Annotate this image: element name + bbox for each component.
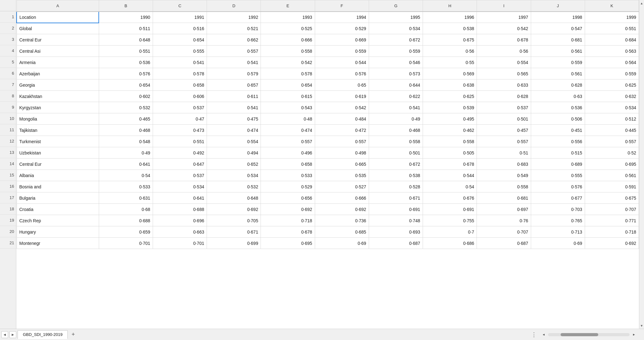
cell-1-C[interactable]: 1991 (153, 12, 207, 23)
cell-21-A[interactable]: Montenegr (17, 238, 99, 249)
cell-3-B[interactable]: 0·648 (99, 34, 153, 46)
cell-6-D[interactable]: 0·579 (207, 68, 261, 79)
cell-14-F[interactable]: 0·665 (315, 159, 369, 170)
cell-1-A[interactable]: Location (17, 12, 99, 23)
cell-15-F[interactable]: 0·535 (315, 170, 369, 181)
cell-8-A[interactable]: Kazakhstan (17, 91, 99, 102)
cell-16-D[interactable]: 0·532 (207, 181, 261, 192)
cell-13-G[interactable]: 0·501 (369, 147, 423, 159)
vertical-scrollbar[interactable]: ▲ ▼ (639, 0, 644, 329)
cell-1-E[interactable]: 1993 (261, 12, 315, 23)
col-header-A[interactable]: A (17, 0, 99, 12)
cell-7-J[interactable]: 0·628 (531, 79, 585, 91)
cell-8-H[interactable]: 0·625 (423, 91, 477, 102)
cell-9-I[interactable]: 0·537 (477, 102, 531, 113)
cell-7-B[interactable]: 0·654 (99, 79, 153, 91)
cell-10-H[interactable]: 0·495 (423, 113, 477, 125)
cell-17-H[interactable]: 0·676 (423, 192, 477, 204)
cell-1-B[interactable]: 1990 (99, 12, 153, 23)
cell-8-I[interactable]: 0·628 (477, 91, 531, 102)
cell-19-J[interactable]: 0·765 (531, 215, 585, 226)
cell-10-E[interactable]: 0·48 (261, 113, 315, 125)
hscroll-left-arrow[interactable]: ◄ (541, 332, 546, 337)
cell-8-F[interactable]: 0·619 (315, 91, 369, 102)
cell-2-G[interactable]: 0·534 (369, 23, 423, 34)
cell-21-E[interactable]: 0·695 (261, 238, 315, 249)
cell-5-H[interactable]: 0·55 (423, 57, 477, 68)
cell-10-A[interactable]: Mongolia (17, 113, 99, 125)
cell-12-D[interactable]: 0·554 (207, 136, 261, 147)
cell-7-G[interactable]: 0·644 (369, 79, 423, 91)
cell-17-J[interactable]: 0·677 (531, 192, 585, 204)
cell-17-C[interactable]: 0·641 (153, 192, 207, 204)
hscroll-thumb[interactable] (561, 333, 598, 336)
cell-21-I[interactable]: 0·687 (477, 238, 531, 249)
table-row[interactable]: Turkmenist0·5480·5510·5540·5570·5570·558… (17, 136, 639, 147)
cell-4-K[interactable]: 0·563 (585, 46, 639, 57)
table-row[interactable]: Bosnia and0·5330·5340·5320·5290·5270·528… (17, 181, 639, 192)
cell-19-H[interactable]: 0·755 (423, 215, 477, 226)
cell-2-A[interactable]: Global (17, 23, 99, 34)
cell-14-D[interactable]: 0·652 (207, 159, 261, 170)
cell-11-G[interactable]: 0·468 (369, 125, 423, 136)
cell-13-K[interactable]: 0·52 (585, 147, 639, 159)
cell-4-I[interactable]: 0·56 (477, 46, 531, 57)
cell-21-C[interactable]: 0·701 (153, 238, 207, 249)
cell-12-J[interactable]: 0·556 (531, 136, 585, 147)
cell-3-A[interactable]: Central Eur (17, 34, 99, 46)
cell-13-B[interactable]: 0·49 (99, 147, 153, 159)
cell-21-F[interactable]: 0·69 (315, 238, 369, 249)
cell-11-F[interactable]: 0·472 (315, 125, 369, 136)
cell-20-A[interactable]: Hungary (17, 226, 99, 238)
table-row[interactable]: Croatia0·680·6880·6920·6920·6920·6910·69… (17, 204, 639, 215)
cell-7-E[interactable]: 0·654 (261, 79, 315, 91)
cell-14-G[interactable]: 0·672 (369, 159, 423, 170)
cell-18-E[interactable]: 0·692 (261, 204, 315, 215)
cell-14-K[interactable]: 0·695 (585, 159, 639, 170)
cell-7-F[interactable]: 0·65 (315, 79, 369, 91)
cell-6-H[interactable]: 0·569 (423, 68, 477, 79)
cell-10-C[interactable]: 0·47 (153, 113, 207, 125)
cell-17-A[interactable]: Bulgaria (17, 192, 99, 204)
cell-19-K[interactable]: 0·771 (585, 215, 639, 226)
cell-19-C[interactable]: 0·696 (153, 215, 207, 226)
cell-9-H[interactable]: 0·539 (423, 102, 477, 113)
cell-4-H[interactable]: 0·56 (423, 46, 477, 57)
cell-13-F[interactable]: 0·498 (315, 147, 369, 159)
cell-9-D[interactable]: 0·541 (207, 102, 261, 113)
table-row[interactable]: Kyrgyzstan0·5320·5370·5410·5430·5420·541… (17, 102, 639, 113)
cell-8-J[interactable]: 0·63 (531, 91, 585, 102)
cell-11-B[interactable]: 0·468 (99, 125, 153, 136)
cell-5-F[interactable]: 0·544 (315, 57, 369, 68)
cell-11-I[interactable]: 0·457 (477, 125, 531, 136)
cell-11-H[interactable]: 0·462 (423, 125, 477, 136)
cell-18-F[interactable]: 0·692 (315, 204, 369, 215)
cell-10-J[interactable]: 0·506 (531, 113, 585, 125)
cell-4-J[interactable]: 0·561 (531, 46, 585, 57)
cell-16-K[interactable]: 0·591 (585, 181, 639, 192)
cell-9-J[interactable]: 0·536 (531, 102, 585, 113)
cell-9-E[interactable]: 0·543 (261, 102, 315, 113)
cell-2-E[interactable]: 0·525 (261, 23, 315, 34)
cell-16-J[interactable]: 0·576 (531, 181, 585, 192)
cell-1-K[interactable]: 1999 (585, 12, 639, 23)
cell-2-H[interactable]: 0·538 (423, 23, 477, 34)
col-header-J[interactable]: J (531, 0, 585, 12)
cell-1-F[interactable]: 1994 (315, 12, 369, 23)
cell-1-H[interactable]: 1996 (423, 12, 477, 23)
hscroll-track[interactable] (548, 333, 630, 336)
scroll-up-arrow[interactable]: ▲ (639, 0, 644, 6)
cell-19-F[interactable]: 0·736 (315, 215, 369, 226)
cell-18-B[interactable]: 0·68 (99, 204, 153, 215)
cell-5-E[interactable]: 0·542 (261, 57, 315, 68)
cell-14-C[interactable]: 0·647 (153, 159, 207, 170)
cell-2-C[interactable]: 0·516 (153, 23, 207, 34)
cell-19-I[interactable]: 0·76 (477, 215, 531, 226)
cell-16-F[interactable]: 0·527 (315, 181, 369, 192)
cell-12-G[interactable]: 0·558 (369, 136, 423, 147)
cell-3-H[interactable]: 0·675 (423, 34, 477, 46)
cell-20-F[interactable]: 0·685 (315, 226, 369, 238)
cell-17-E[interactable]: 0·656 (261, 192, 315, 204)
table-row[interactable]: Kazakhstan0·6020·6060·6110·6150·6190·622… (17, 91, 639, 102)
cell-20-C[interactable]: 0·663 (153, 226, 207, 238)
